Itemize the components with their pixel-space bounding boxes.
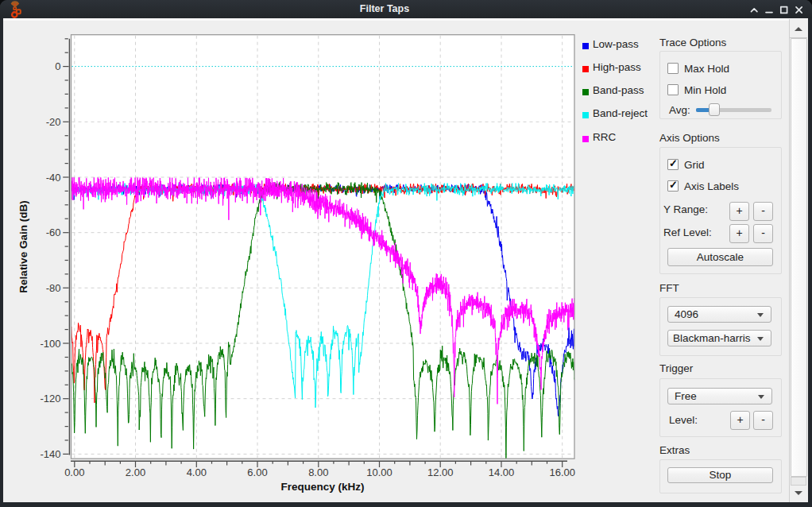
svg-text:-60: -60 xyxy=(46,226,61,238)
svg-text:16.00: 16.00 xyxy=(549,466,575,478)
svg-text:14.00: 14.00 xyxy=(489,466,515,478)
svg-text:-120: -120 xyxy=(40,393,60,404)
svg-text:-100: -100 xyxy=(40,338,60,350)
svg-text:Frequency (kHz): Frequency (kHz) xyxy=(280,481,364,493)
svg-text:6.00: 6.00 xyxy=(247,466,267,478)
svg-text:-40: -40 xyxy=(46,172,61,184)
svg-text:12.00: 12.00 xyxy=(427,466,454,478)
svg-text:4.00: 4.00 xyxy=(187,466,207,478)
svg-text:-20: -20 xyxy=(46,116,61,128)
svg-text:0.00: 0.00 xyxy=(64,466,84,478)
svg-text:0: 0 xyxy=(55,60,60,72)
svg-text:-80: -80 xyxy=(46,282,61,294)
svg-text:8.00: 8.00 xyxy=(308,466,328,478)
svg-text:10.00: 10.00 xyxy=(366,466,392,478)
svg-text:-140: -140 xyxy=(40,448,60,460)
svg-text:2.00: 2.00 xyxy=(126,466,145,478)
svg-text:Relative Gain (dB): Relative Gain (dB) xyxy=(17,200,29,292)
